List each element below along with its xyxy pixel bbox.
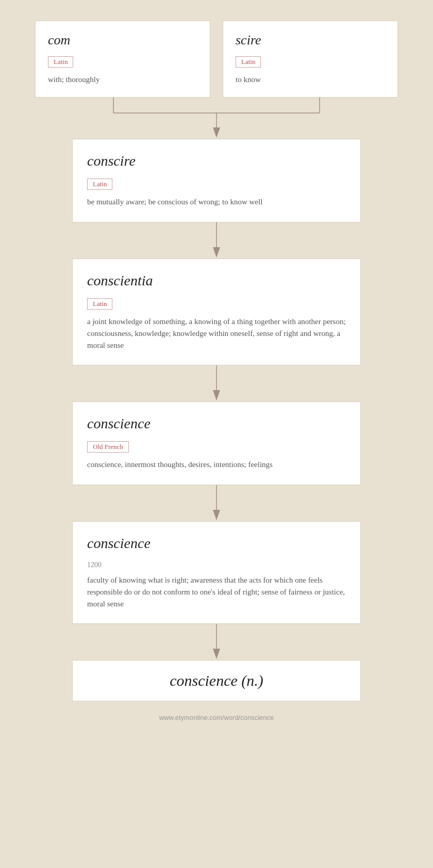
etymology-flow: com Latin with; thoroughly scire Latin t… — [15, 21, 418, 721]
root-definition-com: with; thoroughly — [48, 74, 197, 86]
final-word-card: conscience (n.) — [72, 660, 361, 701]
root-card-scire: scire Latin to know — [223, 21, 398, 98]
svg-marker-12 — [213, 649, 220, 659]
lang-badge-com: Latin — [48, 56, 73, 68]
svg-marker-10 — [213, 510, 220, 520]
word-conscience-of: conscience — [87, 415, 346, 432]
year-badge-1200: 1200 — [87, 561, 346, 569]
lang-badge-scire: Latin — [236, 56, 261, 68]
etymology-card-conscientia: conscientia Latin a joint knowledge of s… — [72, 259, 361, 366]
merge-arrow-svg — [15, 98, 418, 139]
word-conscire: conscire — [87, 153, 346, 169]
etymology-card-conscience-of: conscience Old French conscience, innerm… — [72, 401, 361, 485]
svg-marker-4 — [213, 127, 220, 138]
roots-merge-connector — [15, 98, 418, 139]
definition-conscire: be mutually aware; be conscious of wrong… — [87, 196, 346, 208]
roots-row: com Latin with; thoroughly scire Latin t… — [15, 21, 418, 98]
root-word-scire: scire — [236, 33, 385, 48]
root-definition-scire: to know — [236, 74, 385, 86]
footer-url: www.etymonline.com/word/conscience — [159, 714, 274, 721]
arrow-conscire-to-conscientia — [211, 222, 222, 259]
arrow-conscience-1200-to-final — [211, 624, 222, 660]
final-word-title: conscience (n.) — [93, 672, 340, 689]
definition-conscience-of: conscience, innermost thoughts, desires,… — [87, 459, 346, 471]
svg-marker-8 — [213, 390, 220, 400]
arrow-conscientia-to-conscience-of — [211, 365, 222, 401]
word-conscience-1200: conscience — [87, 535, 346, 552]
etymology-card-conscire: conscire Latin be mutually aware; be con… — [72, 139, 361, 222]
etymology-card-conscience-1200: conscience 1200 faculty of knowing what … — [72, 521, 361, 624]
definition-conscience-1200: faculty of knowing what is right; awaren… — [87, 574, 346, 610]
word-conscientia: conscientia — [87, 272, 346, 289]
arrow-conscience-of-to-conscience-1200 — [211, 485, 222, 521]
root-word-com: com — [48, 33, 197, 48]
lang-badge-conscientia: Latin — [87, 298, 112, 310]
root-card-com: com Latin with; thoroughly — [35, 21, 210, 98]
lang-badge-conscire: Latin — [87, 179, 112, 190]
lang-badge-conscience-of: Old French — [87, 441, 129, 453]
svg-marker-6 — [213, 247, 220, 258]
definition-conscientia: a joint knowledge of something, a knowin… — [87, 316, 346, 352]
